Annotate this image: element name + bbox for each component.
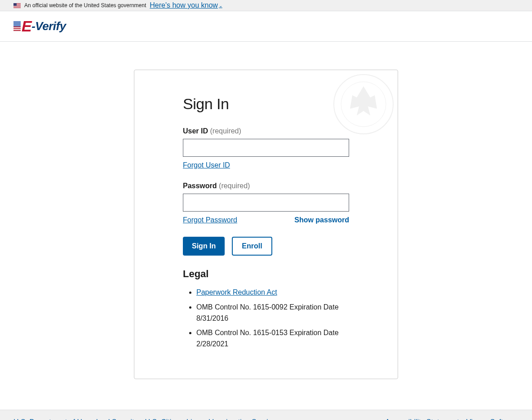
svg-rect-6 [13,7,21,7]
password-label: Password (required) [183,182,349,190]
password-field: Password (required) Forgot Password Show… [183,182,349,224]
legal-heading: Legal [183,268,349,280]
footer: U.S. Department of Homeland Security U.S… [0,410,532,420]
everify-logo: E - Verify [13,18,66,35]
logo-rest: Verify [35,19,66,33]
svg-rect-7 [13,8,21,8]
legal-section: Legal Paperwork Reduction Act OMB Contro… [183,268,349,350]
logo-flag-icon [13,21,21,32]
list-item: OMB Control No. 1615-0153 Expiration Dat… [196,327,349,350]
list-item: Paperwork Reduction Act [196,287,349,298]
gov-banner-link-text: Here's how you know [150,1,218,9]
signin-button[interactable]: Sign In [183,237,225,256]
accessibility-link[interactable]: Accessibility Statement [385,418,459,420]
svg-rect-9 [13,21,21,27]
gov-banner-link[interactable]: Here's how you know ⌄ [150,1,222,9]
userid-field: User ID (required) Forgot User ID [183,127,349,169]
password-label-text: Password [183,182,217,190]
paperwork-reduction-link[interactable]: Paperwork Reduction Act [196,288,277,296]
svg-rect-12 [13,28,21,29]
footer-right: Accessibility Statement Viewer Software [385,418,519,420]
forgot-userid-link[interactable]: Forgot User ID [183,161,230,169]
gov-banner-text: An official website of the United States… [24,2,146,9]
enroll-button[interactable]: Enroll [232,237,272,256]
uscis-link[interactable]: U.S. Citizenship and Immigration Service… [145,418,279,420]
main: Sign In User ID (required) Forgot User I… [0,42,532,397]
forgot-password-link[interactable]: Forgot Password [183,216,237,224]
svg-rect-11 [13,27,21,28]
page-title: Sign In [183,95,349,113]
list-item: OMB Control No. 1615-0092 Expiration Dat… [196,302,349,324]
gov-banner: An official website of the United States… [0,0,532,11]
header: E - Verify [0,11,532,42]
dhs-link[interactable]: U.S. Department of Homeland Security [13,418,138,420]
chevron-down-icon: ⌄ [219,3,222,8]
svg-rect-10 [13,27,21,27]
show-password-button[interactable]: Show password [294,216,349,224]
userid-label: User ID (required) [183,127,349,135]
logo-e: E [22,18,31,35]
svg-rect-8 [13,3,17,6]
svg-rect-13 [13,29,21,30]
userid-input[interactable] [183,139,349,157]
svg-rect-15 [13,31,21,32]
svg-rect-14 [13,30,21,31]
footer-left: U.S. Department of Homeland Security U.S… [13,418,279,420]
legal-list: Paperwork Reduction Act OMB Control No. … [183,287,349,350]
us-flag-icon [13,3,21,8]
password-input[interactable] [183,194,349,212]
password-required: (required) [219,182,250,190]
signin-card: Sign In User ID (required) Forgot User I… [134,70,398,379]
button-row: Sign In Enroll [183,237,349,256]
logo-dash: - [31,19,35,33]
userid-label-text: User ID [183,127,208,135]
dhs-seal-icon [332,73,395,136]
userid-required: (required) [210,127,241,135]
viewer-software-link[interactable]: Viewer Software [466,418,519,420]
svg-rect-5 [13,6,21,6]
